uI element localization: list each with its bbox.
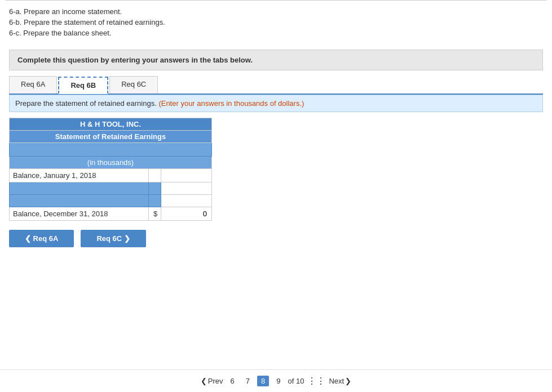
page-7-link[interactable]: 7 [242, 376, 254, 386]
prev-page-button[interactable]: ❮ Prev [201, 377, 223, 385]
row-balance-dec-input-cell[interactable] [161, 207, 212, 221]
table-row-blue-empty-1 [10, 182, 212, 195]
of-total-text: of 10 [288, 377, 304, 385]
next-page-label: Next [329, 377, 344, 385]
blue-label-cell-2 [10, 195, 149, 207]
row-balance-dec-label: Balance, December 31, 2018 [10, 207, 149, 221]
instruction-line1: 6-a. Prepare an income statement. [9, 7, 543, 16]
instruction-line3: 6-c. Prepare the balance sheet. [9, 29, 543, 37]
row-balance-jan-dollar [148, 169, 161, 182]
row-balance-jan-input-cell[interactable] [161, 169, 212, 182]
blue-dollar-cell-2 [148, 195, 161, 207]
statement-subtitle: (in thousands) [10, 157, 212, 169]
complete-question-text: Complete this question by entering your … [17, 56, 253, 64]
empty-blue-row-1 [10, 143, 212, 157]
tab-req6a[interactable]: Req 6A [9, 76, 57, 93]
table-row-balance-dec: Balance, December 31, 2018 $ [10, 207, 212, 221]
row-balance-dec-input[interactable] [165, 209, 208, 219]
instruction-bar: Prepare the statement of retained earnin… [9, 95, 543, 112]
page-8-link[interactable]: 8 [257, 376, 269, 386]
tabs-container: Req 6A Req 6B Req 6C [9, 76, 543, 95]
instructions-block: 6-a. Prepare an income statement. 6-b. P… [0, 1, 552, 44]
row-empty-1-input[interactable] [165, 184, 208, 193]
prev-req-label: ❮ Req 6A [25, 234, 58, 243]
row-balance-jan-input[interactable] [165, 171, 208, 180]
page-6-link[interactable]: 6 [227, 376, 239, 386]
blue-label-cell-1 [10, 182, 149, 195]
grid-icon[interactable]: ⋮⋮ [307, 376, 325, 386]
next-page-button[interactable]: Next ❯ [329, 377, 351, 385]
tab-req6c[interactable]: Req 6C [109, 76, 158, 93]
instruction-line2: 6-b. Prepare the statement of retained e… [9, 18, 543, 26]
next-req-label: Req 6C ❯ [96, 234, 130, 243]
row-empty-2-input[interactable] [165, 197, 208, 205]
nav-buttons: ❮ Req 6A Req 6C ❯ [9, 230, 543, 247]
instruction-bar-text: Prepare the statement of retained earnin… [15, 99, 158, 108]
table-row-blue-empty-2 [10, 195, 212, 207]
statement-wrapper: H & H TOOL, INC. Statement of Retained E… [9, 118, 212, 221]
prev-req-button[interactable]: ❮ Req 6A [9, 230, 74, 247]
next-req-button[interactable]: Req 6C ❯ [81, 230, 145, 247]
blue-input-cell-2[interactable] [161, 195, 212, 207]
row-balance-jan-label: Balance, January 1, 2018 [10, 169, 149, 182]
row-balance-dec-dollar: $ [148, 207, 161, 221]
statement-title: Statement of Retained Earnings [10, 131, 212, 143]
page-9-link[interactable]: 9 [272, 376, 284, 386]
company-name: H & H TOOL, INC. [10, 118, 212, 131]
instruction-bar-highlight: (Enter your answers in thousands of doll… [158, 99, 304, 108]
table-row: Balance, January 1, 2018 [10, 169, 212, 182]
tab-req6b[interactable]: Req 6B [58, 77, 108, 94]
bottom-navigation: ❮ Prev 6 7 8 9 of 10 ⋮⋮ Next ❯ [0, 369, 552, 392]
statement-table: H & H TOOL, INC. Statement of Retained E… [9, 118, 212, 221]
blue-dollar-cell-1 [148, 182, 161, 195]
complete-question-box: Complete this question by entering your … [9, 50, 543, 70]
blue-input-cell-1[interactable] [161, 182, 212, 195]
prev-page-label: Prev [208, 377, 223, 385]
